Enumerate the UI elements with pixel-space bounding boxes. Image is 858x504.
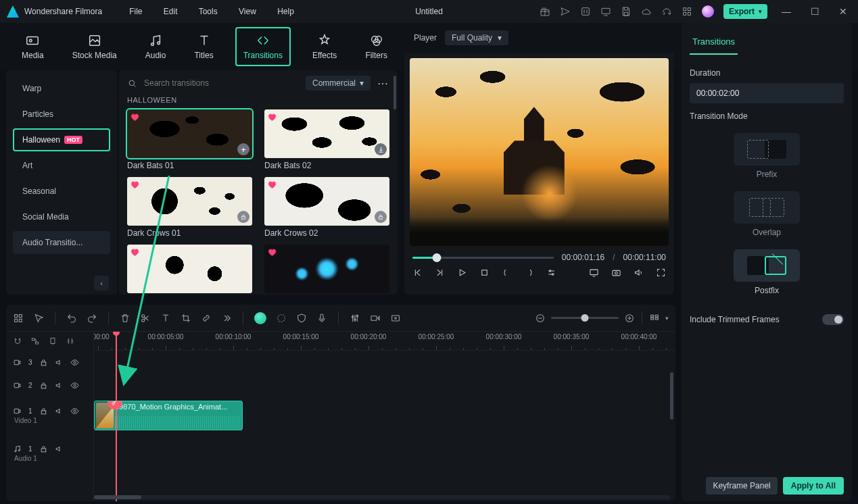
asset-card[interactable]: Dark Bats 02 [264, 109, 389, 170]
ripple-icon[interactable] [66, 336, 75, 346]
text-tool-icon[interactable] [160, 313, 171, 324]
zoom-out-icon[interactable] [535, 313, 546, 324]
lock-icon[interactable] [39, 381, 48, 390]
asset-card[interactable]: + Dark Bats 01 [127, 109, 252, 170]
category-art[interactable]: Art [13, 154, 110, 177]
track-header-v2[interactable]: 2 [6, 374, 93, 397]
playhead[interactable] [116, 332, 117, 501]
play-icon[interactable] [457, 268, 467, 278]
category-halloween[interactable]: HalloweenHOT [13, 128, 110, 151]
cursor-icon[interactable] [33, 313, 44, 324]
tab-effects[interactable]: Effects [306, 27, 343, 66]
asset-card[interactable] [264, 245, 389, 293]
avatar-icon[interactable] [702, 5, 714, 18]
tab-titles[interactable]: Titles [187, 27, 220, 66]
asset-card[interactable]: Dark Crows 01 [127, 177, 252, 238]
trimmed-toggle[interactable] [822, 314, 844, 325]
gift-icon[interactable] [540, 6, 550, 17]
asset-card[interactable] [127, 245, 252, 293]
filter-dropdown[interactable]: Commercial▾ [306, 76, 371, 91]
record-icon[interactable] [390, 313, 401, 324]
settings-icon[interactable] [546, 268, 556, 278]
mark-in-icon[interactable] [502, 268, 512, 278]
ai-icon[interactable] [254, 312, 266, 324]
mode-overlap[interactable] [734, 191, 800, 224]
display-icon[interactable] [589, 268, 599, 278]
link-tracks-icon[interactable] [30, 336, 40, 346]
track-area[interactable]: 0:00:0000:00:05:0000:00:10:0000:00:15:00… [94, 332, 675, 501]
window-close-button[interactable]: ✕ [834, 6, 853, 17]
prev-frame-icon[interactable] [412, 268, 423, 278]
duration-input[interactable]: 00:00:02:00 [690, 83, 844, 103]
export-button[interactable]: Export▾ [723, 4, 767, 19]
asset-card[interactable]: Dark Crows 02 [264, 177, 389, 238]
tab-filters[interactable]: Filters [358, 27, 394, 66]
library-icon[interactable] [580, 6, 591, 17]
screen-icon[interactable] [600, 6, 611, 17]
category-seasonal[interactable]: Seasonal [13, 180, 110, 203]
volume-icon[interactable] [634, 268, 644, 278]
zoom-in-icon[interactable] [624, 313, 635, 324]
tab-transitions[interactable]: Transitions [235, 27, 291, 66]
fullscreen-icon[interactable] [656, 268, 666, 278]
camera-icon[interactable] [611, 268, 621, 278]
timeline-hscroll[interactable] [94, 495, 670, 499]
layout-icon[interactable] [649, 313, 660, 324]
grid-icon[interactable] [682, 6, 692, 17]
category-particles[interactable]: Particles [13, 103, 110, 126]
cloud-icon[interactable] [641, 6, 652, 17]
track-header-v3[interactable]: 3 [6, 351, 93, 374]
time-ruler[interactable]: 0:00:0000:00:05:0000:00:10:0000:00:15:00… [94, 332, 675, 351]
category-warp[interactable]: Warp [13, 77, 110, 100]
tab-media[interactable]: Media [15, 27, 51, 66]
crop-icon[interactable] [181, 313, 191, 324]
keyframe-panel-button[interactable]: Keyframe Panel [706, 477, 777, 495]
lock-icon[interactable] [39, 445, 48, 453]
save-icon[interactable] [621, 6, 631, 17]
mixer-icon[interactable] [350, 313, 360, 324]
voice-icon[interactable] [370, 313, 381, 324]
download-icon[interactable] [375, 143, 387, 155]
delete-icon[interactable] [120, 313, 130, 324]
send-icon[interactable] [560, 6, 571, 17]
mute-icon[interactable] [55, 358, 64, 367]
mute-icon[interactable] [55, 381, 64, 390]
collapse-sidebar-button[interactable]: ‹ [94, 276, 109, 291]
link-icon[interactable] [201, 313, 212, 324]
more-icon[interactable]: ⋯ [377, 77, 389, 90]
category-audio-transitions[interactable]: Audio Transitio... [13, 231, 110, 254]
slider-knob[interactable] [432, 253, 441, 262]
more-tools-icon[interactable] [221, 313, 232, 324]
menu-tools[interactable]: Tools [199, 7, 218, 16]
track-header-a1[interactable]: 1 Audio 1 [6, 434, 93, 472]
scrollbar[interactable] [394, 76, 396, 109]
mode-postfix[interactable] [734, 249, 800, 282]
eye-icon[interactable] [70, 381, 79, 390]
tab-audio[interactable]: Audio [139, 27, 173, 66]
mode-prefix[interactable] [734, 133, 800, 166]
category-social-media[interactable]: Social Media [13, 205, 110, 228]
select-tool-icon[interactable] [13, 313, 24, 324]
next-frame-icon[interactable] [435, 268, 445, 278]
track-header-v1[interactable]: 1 Video 1 [6, 397, 93, 434]
eye-icon[interactable] [70, 358, 79, 367]
redo-icon[interactable] [87, 313, 97, 324]
zoom-slider[interactable] [551, 317, 619, 319]
progress-slider[interactable]: 00:00:01:16/00:00:11:00 [412, 253, 666, 262]
color-icon[interactable] [276, 313, 287, 324]
preview-viewport[interactable] [410, 58, 669, 246]
window-maximize-button[interactable]: ☐ [805, 6, 824, 17]
menu-file[interactable]: File [129, 7, 142, 16]
undo-icon[interactable] [66, 313, 77, 324]
shield-icon[interactable] [296, 313, 307, 324]
menu-view[interactable]: View [239, 7, 256, 16]
chevron-down-icon[interactable]: ▾ [665, 315, 669, 322]
split-icon[interactable] [140, 313, 151, 324]
panel-tab-transitions[interactable]: Transitions [690, 30, 738, 55]
apply-all-button[interactable]: Apply to All [783, 477, 844, 495]
mic-icon[interactable] [316, 313, 327, 324]
search-input[interactable] [144, 78, 299, 88]
stop-icon[interactable] [479, 268, 490, 278]
mark-out-icon[interactable] [524, 268, 534, 278]
add-icon[interactable]: + [237, 143, 249, 155]
